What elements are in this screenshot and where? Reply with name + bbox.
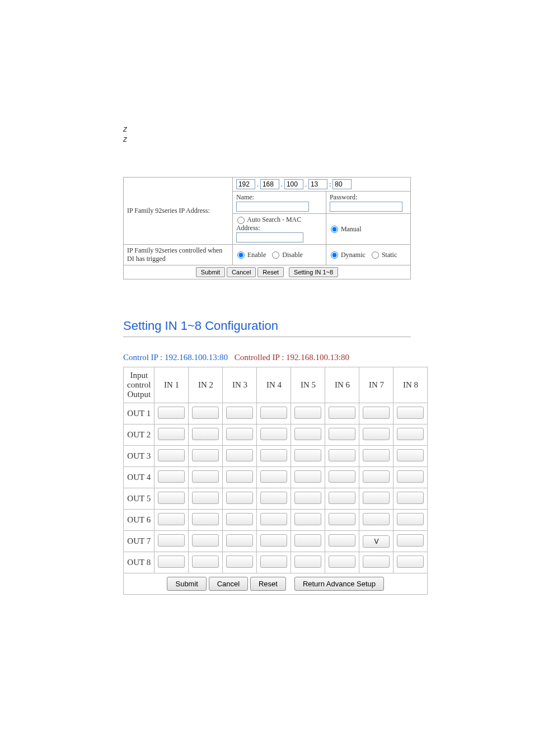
grid-cell-out8-in4[interactable]: [260, 556, 287, 568]
password-input[interactable]: [330, 202, 402, 212]
mac-address-input[interactable]: [236, 232, 303, 242]
return-advance-setup-button[interactable]: Return Advance Setup: [294, 577, 384, 591]
grid-cell-out4-in8[interactable]: [397, 470, 424, 483]
grid-cell-out7-in1[interactable]: [158, 534, 185, 547]
grid-cell-out4-in7[interactable]: [363, 470, 390, 483]
grid-cell-out7-in7[interactable]: [363, 535, 390, 548]
grid-cell-out2-in6[interactable]: [329, 428, 355, 440]
name-input[interactable]: [236, 202, 309, 212]
grid-cell-out5-in4[interactable]: [260, 492, 287, 504]
grid-cell-out4-in6[interactable]: [329, 470, 355, 483]
enable-radio[interactable]: [237, 251, 245, 259]
grid-cell-out5-in8[interactable]: [397, 492, 424, 504]
grid-cell-out6-in2[interactable]: [192, 513, 219, 525]
di-trigger-label: IP Family 92series controlled when DI ha…: [124, 245, 233, 265]
grid-reset-button[interactable]: Reset: [250, 577, 286, 591]
grid-cell-out7-in6[interactable]: [329, 534, 355, 547]
grid-row-label-out8: OUT 8: [124, 552, 154, 573]
dynamic-radio[interactable]: [331, 251, 338, 259]
grid-cell-out1-in4[interactable]: [260, 407, 287, 419]
grid-cell-out2-in4[interactable]: [260, 428, 287, 440]
grid-cell-out4-in5[interactable]: [294, 470, 321, 483]
grid-cell-out1-in6[interactable]: [329, 407, 355, 419]
grid-cell-out3-in8[interactable]: [397, 449, 424, 461]
grid-cell-out8-in6[interactable]: [329, 556, 355, 568]
grid-cell-out7-in8[interactable]: [397, 534, 424, 547]
grid-cell-out7-in4[interactable]: [260, 534, 287, 547]
ip-octet-1[interactable]: [236, 179, 255, 189]
grid-cell-out5-in6[interactable]: [329, 492, 355, 504]
auto-search-radio[interactable]: [237, 217, 245, 224]
grid-cell-out3-in2[interactable]: [192, 449, 219, 461]
grid-cell-out4-in2[interactable]: [192, 470, 219, 483]
grid-cell-out3-in3[interactable]: [226, 449, 253, 461]
grid-cell-out6-in1[interactable]: [158, 513, 185, 525]
io-grid: Input control OutputIN 1IN 2IN 3IN 4IN 5…: [123, 367, 428, 595]
grid-cell-out6-in7[interactable]: [363, 513, 390, 525]
controlled-ip-text: Controlled IP : 192.168.100.13:80: [235, 353, 349, 362]
grid-cell-out6-in3[interactable]: [226, 513, 253, 525]
grid-cell-out8-in7[interactable]: [363, 556, 390, 568]
grid-cell-out1-in8[interactable]: [397, 407, 424, 419]
grid-cell-out1-in3[interactable]: [226, 407, 253, 419]
grid-cell-out5-in2[interactable]: [192, 492, 219, 504]
grid-cell-out2-in3[interactable]: [226, 428, 253, 440]
bullet-1: z: [123, 124, 411, 133]
grid-cell-out5-in7[interactable]: [363, 492, 390, 504]
form-cancel-button[interactable]: Cancel: [227, 267, 256, 277]
grid-cell-out6-in8[interactable]: [397, 513, 424, 525]
grid-cell-out4-in1[interactable]: [158, 470, 185, 483]
static-radio[interactable]: [372, 251, 379, 259]
manual-radio[interactable]: [331, 226, 338, 233]
ip-port[interactable]: [332, 179, 352, 189]
ip-octet-2[interactable]: [260, 179, 279, 189]
grid-cell-out7-in5[interactable]: [294, 534, 321, 547]
grid-cell-out3-in1[interactable]: [158, 449, 185, 461]
grid-cell-out5-in5[interactable]: [294, 492, 321, 504]
grid-cell-out6-in4[interactable]: [260, 513, 287, 525]
grid-cell-out8-in3[interactable]: [226, 556, 253, 568]
grid-cell-out6-in5[interactable]: [294, 513, 321, 525]
grid-submit-button[interactable]: Submit: [167, 577, 206, 591]
disable-radio[interactable]: [272, 251, 279, 259]
grid-cell-out1-in1[interactable]: [158, 407, 185, 419]
grid-cell-out4-in3[interactable]: [226, 470, 253, 483]
enable-radio-label[interactable]: Enable: [236, 251, 268, 259]
grid-cell-out8-in5[interactable]: [294, 556, 321, 568]
grid-cell-out3-in5[interactable]: [294, 449, 321, 461]
form-reset-button[interactable]: Reset: [257, 267, 284, 277]
ip-octet-3[interactable]: [284, 179, 303, 189]
grid-cell-out2-in8[interactable]: [397, 428, 424, 440]
grid-cell-out1-in2[interactable]: [192, 407, 219, 419]
grid-cell-out2-in7[interactable]: [363, 428, 390, 440]
grid-cell-out2-in2[interactable]: [192, 428, 219, 440]
grid-cell-out8-in2[interactable]: [192, 556, 219, 568]
grid-cell-out6-in6[interactable]: [329, 513, 355, 525]
grid-cell-out2-in1[interactable]: [158, 428, 185, 440]
ip-address-label: IP Family 92series IP Address:: [124, 178, 233, 245]
grid-cell-out3-in4[interactable]: [260, 449, 287, 461]
grid-cell-out7-in2[interactable]: [192, 534, 219, 547]
ip-octet-4[interactable]: [308, 179, 327, 189]
grid-cell-out3-in7[interactable]: [363, 449, 390, 461]
grid-header-in8: IN 8: [394, 367, 428, 403]
grid-cell-out1-in7[interactable]: [363, 407, 390, 419]
manual-radio-label[interactable]: Manual: [330, 225, 362, 233]
grid-cell-out8-in1[interactable]: [158, 556, 185, 568]
grid-header-in5: IN 5: [291, 367, 325, 403]
form-submit-button[interactable]: Submit: [196, 267, 225, 277]
grid-cell-out1-in5[interactable]: [294, 407, 321, 419]
setting-in-button[interactable]: Setting IN 1~8: [289, 267, 338, 277]
disable-radio-label[interactable]: Disable: [271, 251, 303, 259]
grid-cell-out4-in4[interactable]: [260, 470, 287, 483]
grid-cell-out3-in6[interactable]: [329, 449, 355, 461]
grid-cell-out5-in3[interactable]: [226, 492, 253, 504]
grid-cell-out7-in3[interactable]: [226, 534, 253, 547]
grid-cell-out8-in8[interactable]: [397, 556, 424, 568]
grid-cancel-button[interactable]: Cancel: [209, 577, 248, 591]
auto-search-radio-label[interactable]: Auto Search - MAC Address:: [236, 216, 301, 232]
static-radio-label[interactable]: Static: [371, 251, 397, 259]
dynamic-radio-label[interactable]: Dynamic: [330, 251, 367, 259]
grid-cell-out2-in5[interactable]: [294, 428, 321, 440]
grid-cell-out5-in1[interactable]: [158, 492, 185, 504]
